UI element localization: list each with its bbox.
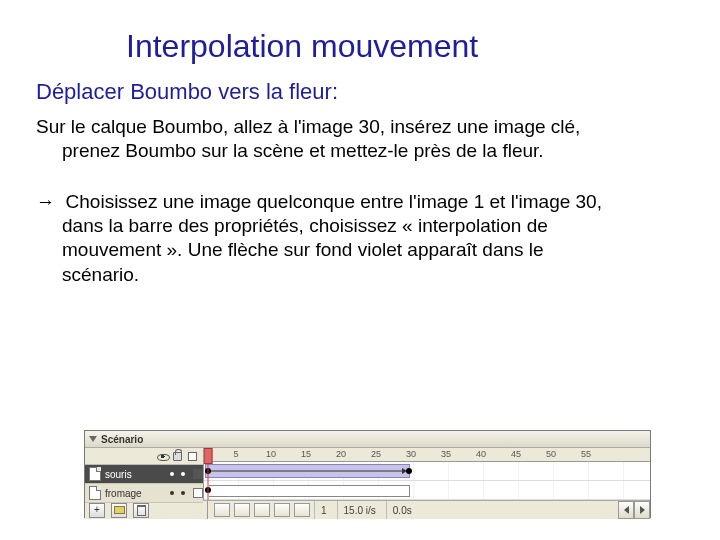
- frame-ruler[interactable]: 1510152025303540455055: [204, 448, 650, 462]
- subtitle: Déplacer Boumbo vers la fleur:: [36, 79, 684, 105]
- timeline-area[interactable]: 1510152025303540455055: [204, 448, 650, 500]
- onion-skin-outlines-button[interactable]: [254, 503, 270, 517]
- outline-icon[interactable]: [188, 452, 197, 461]
- scroll-left-button[interactable]: [618, 501, 634, 519]
- ruler-tick: 55: [581, 449, 591, 459]
- keyframe[interactable]: [406, 468, 412, 474]
- add-folder-button[interactable]: [111, 503, 127, 518]
- timeline-row[interactable]: [204, 481, 650, 500]
- timeline-row[interactable]: [204, 462, 650, 481]
- disclosure-icon[interactable]: [89, 436, 97, 442]
- ruler-tick: 30: [406, 449, 416, 459]
- ruler-tick: 50: [546, 449, 556, 459]
- layer-name: fromage: [105, 488, 153, 499]
- ruler-tick: 40: [476, 449, 486, 459]
- scroll-right-button[interactable]: [634, 501, 650, 519]
- eye-icon[interactable]: [158, 452, 167, 461]
- add-layer-button[interactable]: [89, 503, 105, 518]
- modify-markers-button[interactable]: [294, 503, 310, 517]
- lock-icon[interactable]: [173, 452, 182, 461]
- layer-name: souris: [105, 469, 153, 480]
- panel-header[interactable]: Scénario: [85, 431, 650, 448]
- paragraph-1: Sur le calque Boumbo, allez à l'image 30…: [36, 115, 602, 164]
- panel-footer: 1 15.0 i/s 0.0s: [85, 500, 650, 519]
- center-frame-button[interactable]: [214, 503, 230, 517]
- elapsed-time-readout: 0.0s: [386, 501, 418, 519]
- arrow-icon: →: [36, 191, 55, 212]
- paragraph-2-text: Choisissez une image quelconque entre l'…: [62, 191, 602, 285]
- frame-span[interactable]: [209, 485, 410, 497]
- motion-tween[interactable]: [205, 464, 410, 478]
- panel-title: Scénario: [101, 434, 143, 445]
- layers-column: souris fromage: [85, 448, 204, 500]
- ruler-tick: 45: [511, 449, 521, 459]
- playhead-line: [208, 464, 209, 500]
- edit-multiple-frames-button[interactable]: [274, 503, 290, 517]
- layer-icon: [89, 486, 101, 500]
- fps-readout: 15.0 i/s: [337, 501, 382, 519]
- ruler-tick: 25: [371, 449, 381, 459]
- timeline-panel: Scénario souris fromage: [84, 430, 651, 518]
- color-swatch[interactable]: [193, 469, 203, 479]
- ruler-tick: 20: [336, 449, 346, 459]
- layer-icon: [89, 467, 101, 481]
- page-title: Interpolation mouvement: [126, 28, 684, 65]
- ruler-tick: 35: [441, 449, 451, 459]
- ruler-tick: 10: [266, 449, 276, 459]
- layer-row[interactable]: souris: [85, 465, 203, 484]
- delete-layer-button[interactable]: [133, 503, 149, 518]
- playhead[interactable]: [204, 448, 213, 464]
- onion-skin-button[interactable]: [234, 503, 250, 517]
- paragraph-2: → Choisissez une image quelconque entre …: [36, 190, 622, 287]
- ruler-tick: 15: [301, 449, 311, 459]
- color-swatch[interactable]: [193, 488, 203, 498]
- ruler-tick: 5: [233, 449, 238, 459]
- layer-header: [85, 448, 203, 465]
- current-frame-readout: 1: [314, 501, 333, 519]
